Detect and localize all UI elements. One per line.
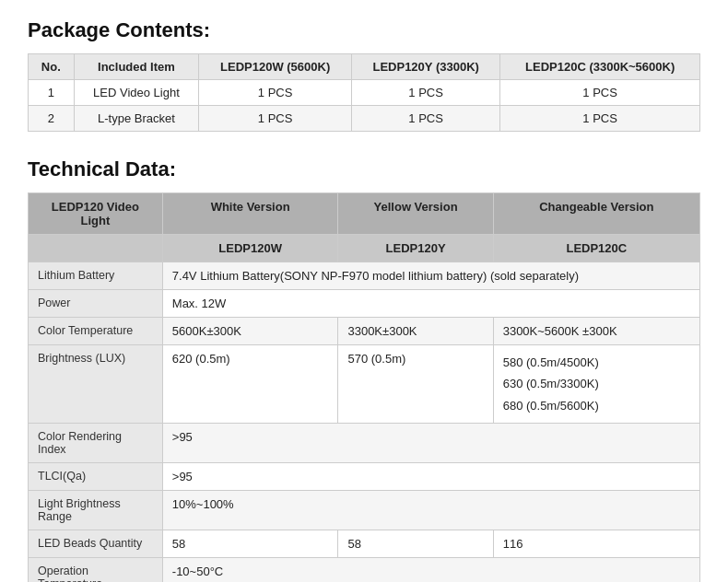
tech-header-label: LEDP120 Video Light [29, 193, 163, 235]
tech-subheader-label [29, 235, 163, 262]
package-table: No. Included Item LEDP120W (5600K) LEDP1… [28, 53, 700, 132]
tech-cell-2-1: 3300K±300K [338, 318, 493, 345]
pkg-cell-0-4: 1 PCS [500, 80, 700, 106]
tech-label-0: Lithium Battery [29, 262, 163, 290]
pkg-cell-0-3: 1 PCS [352, 80, 500, 106]
tech-cell-3-2: 580 (0.5m/4500K)630 (0.5m/3300K)680 (0.5… [493, 345, 699, 424]
tech-cell-7-1: 58 [338, 530, 493, 558]
tech-label-1: Power [29, 290, 163, 318]
tech-title: Technical Data: [28, 157, 700, 181]
pkg-cell-0-0: 1 [29, 80, 75, 106]
tech-row: Color Rendering Index>95 [29, 424, 700, 463]
tech-label-5: TLCI(Qa) [29, 463, 163, 491]
tech-row: PowerMax. 12W [29, 290, 700, 318]
pkg-cell-0-2: 1 PCS [199, 80, 352, 106]
tech-subheader-w: LEDP120W [162, 235, 338, 262]
pkg-cell-1-1: L-type Bracket [74, 106, 199, 132]
tech-row: TLCI(Qa)>95 [29, 463, 700, 491]
tech-header-white: White Version [162, 193, 338, 235]
pkg-row: 2L-type Bracket1 PCS1 PCS1 PCS [29, 106, 700, 132]
tech-table: LEDP120 Video Light White Version Yellow… [28, 192, 700, 582]
tech-cell-0-0: 7.4V Lithium Battery(SONY NP-F970 model … [162, 262, 699, 290]
tech-cell-6-0: 10%~100% [162, 491, 699, 530]
pkg-cell-1-0: 2 [29, 106, 75, 132]
pkg-header-c: LEDP120C (3300K~5600K) [500, 54, 700, 80]
tech-cell-4-0: >95 [162, 424, 699, 463]
pkg-header-w: LEDP120W (5600K) [199, 54, 352, 80]
tech-label-7: LED Beads Quantity [29, 530, 163, 558]
pkg-cell-1-4: 1 PCS [500, 106, 700, 132]
tech-cell-8-0: -10~50°C [162, 558, 699, 582]
tech-row: Operation Temperature-10~50°C [29, 558, 700, 582]
tech-label-2: Color Temperature [29, 318, 163, 345]
tech-row: Lithium Battery7.4V Lithium Battery(SONY… [29, 262, 700, 290]
tech-cell-7-0: 58 [162, 530, 338, 558]
tech-header-change: Changeable Version [493, 193, 699, 235]
pkg-cell-0-1: LED Video Light [74, 80, 199, 106]
tech-label-4: Color Rendering Index [29, 424, 163, 463]
tech-subheader-c: LEDP120C [493, 235, 699, 262]
tech-header-yellow: Yellow Version [338, 193, 493, 235]
tech-label-8: Operation Temperature [29, 558, 163, 582]
tech-row: Brightness (LUX)620 (0.5m)570 (0.5m)580 … [29, 345, 700, 424]
tech-cell-2-2: 3300K~5600K ±300K [493, 318, 699, 345]
tech-cell-5-0: >95 [162, 463, 699, 491]
tech-row: Color Temperature5600K±300K3300K±300K330… [29, 318, 700, 345]
tech-cell-2-0: 5600K±300K [162, 318, 338, 345]
tech-subheader-y: LEDP120Y [338, 235, 493, 262]
tech-cell-1-0: Max. 12W [162, 290, 699, 318]
tech-label-3: Brightness (LUX) [29, 345, 163, 424]
pkg-row: 1LED Video Light1 PCS1 PCS1 PCS [29, 80, 700, 106]
pkg-header-y: LEDP120Y (3300K) [352, 54, 500, 80]
tech-row: Light Brightness Range10%~100% [29, 491, 700, 530]
package-title: Package Contents: [28, 18, 700, 42]
tech-cell-3-1: 570 (0.5m) [338, 345, 493, 424]
pkg-header-no: No. [29, 54, 75, 80]
pkg-cell-1-3: 1 PCS [352, 106, 500, 132]
tech-row: LED Beads Quantity5858116 [29, 530, 700, 558]
tech-cell-3-0: 620 (0.5m) [162, 345, 338, 424]
tech-cell-7-2: 116 [493, 530, 699, 558]
pkg-cell-1-2: 1 PCS [199, 106, 352, 132]
tech-label-6: Light Brightness Range [29, 491, 163, 530]
pkg-header-item: Included Item [74, 54, 199, 80]
